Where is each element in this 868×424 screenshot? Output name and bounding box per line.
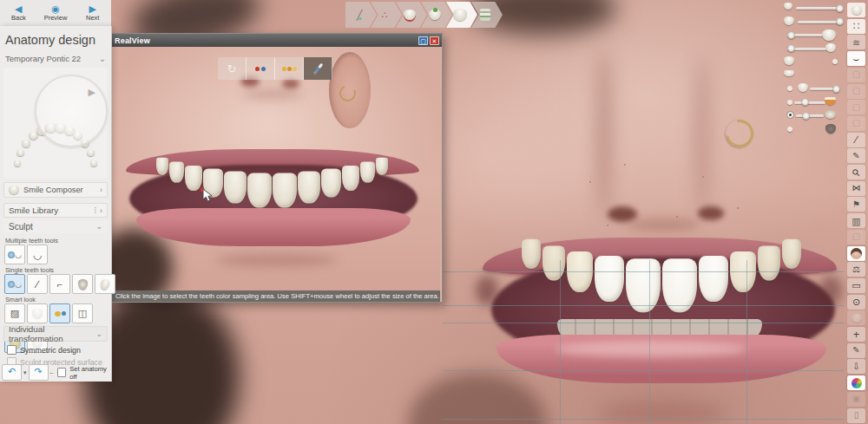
redo-button[interactable]: ↷ — [29, 364, 49, 381]
pen-icon: ✎ — [852, 346, 859, 355]
sculpt-section-header[interactable]: Sculpt ⌄ — [3, 219, 108, 233]
slider-track[interactable] — [794, 101, 825, 104]
slider-track[interactable] — [796, 114, 824, 117]
lock-view-button[interactable]: ▯ — [847, 408, 865, 423]
single-tooth-view-button[interactable] — [847, 3, 865, 17]
hair-shading — [112, 229, 173, 290]
cross-section-button[interactable]: + — [847, 327, 865, 342]
slider-knob[interactable] — [801, 98, 809, 106]
next-button[interactable]: ▶ Next — [74, 0, 111, 26]
checkbox-icon[interactable] — [7, 345, 16, 355]
paint-teeth-button[interactable] — [304, 57, 332, 80]
preview-button[interactable]: ◉ Preview — [37, 0, 75, 26]
scan-layer-slider[interactable] — [784, 123, 846, 135]
slider-dot — [787, 86, 792, 91]
anatomy-design-panel: Anatomy design Temporary Pontic 22 ⌄ ▶ S… — [0, 26, 112, 382]
implant-dot — [433, 8, 437, 12]
wax-knife-button[interactable]: ∕ — [847, 133, 865, 147]
slider-knob[interactable] — [836, 4, 844, 12]
tooth-icon — [22, 140, 30, 147]
waxup-layer-slider[interactable] — [784, 96, 846, 108]
realview-window[interactable]: RealView ▢ ✕ ↻ Click the image t — [111, 33, 443, 303]
horizontal-guide-line — [443, 305, 844, 306]
sampling-cursor-icon — [201, 187, 214, 206]
magnifier-button[interactable]: ⚲ — [847, 165, 865, 179]
annotation-flag-button[interactable]: ⚑ — [847, 197, 865, 212]
maximize-button[interactable]: ▢ — [418, 36, 428, 45]
library-panels-button[interactable]: ▥ — [847, 213, 865, 228]
undo-dropdown-arrow[interactable]: ▾ — [23, 369, 27, 376]
designed-tooth — [626, 258, 661, 312]
slider-knob[interactable] — [802, 112, 810, 120]
glyph: ∕ — [36, 278, 38, 290]
checkbox-icon[interactable] — [57, 368, 66, 377]
save-project-button[interactable]: ⇩ — [847, 359, 865, 374]
antagonist-layer-slider[interactable] — [784, 82, 846, 95]
dental-arch-diagram[interactable]: ▶ — [3, 68, 108, 179]
anatomy-off-checkbox[interactable]: Set anatomy off — [57, 365, 109, 381]
layers-icon — [480, 9, 490, 21]
slider-track[interactable] — [798, 21, 841, 23]
pick-color-button[interactable] — [247, 57, 275, 80]
smile-composer-button[interactable]: Smile Composer › — [3, 182, 108, 198]
chevron-right-icon[interactable]: › — [100, 206, 102, 215]
wax-add-tool[interactable]: ⌐ — [49, 274, 70, 294]
individual-transformation-header[interactable]: Individual transformation ⌄ — [3, 326, 108, 342]
articulator-button[interactable]: ⋈ — [847, 181, 865, 196]
crown-layer-opacity-slider[interactable] — [784, 29, 846, 41]
move-teeth-tool[interactable]: ◡ — [4, 245, 25, 264]
half-tooth-layer-slider[interactable] — [784, 69, 846, 82]
color-settings-button[interactable] — [847, 375, 865, 390]
glyph: ↻ — [227, 62, 237, 75]
slider-knob[interactable] — [787, 31, 795, 39]
knife-icon: ∕ — [855, 135, 857, 144]
scan-step[interactable]: ╱ — [345, 2, 377, 28]
ghost-tooth-tool[interactable] — [27, 303, 48, 323]
glyph: ⇩ — [852, 362, 859, 371]
close-button[interactable]: ✕ — [430, 36, 439, 45]
knife-tool[interactable]: ∕ — [27, 274, 48, 294]
situ-scan-layer-slider[interactable] — [784, 109, 846, 121]
jaw-scan-view-button[interactable]: ⌣ — [847, 51, 865, 66]
horizontal-guide-line — [443, 271, 844, 272]
curve-tool[interactable]: ◡ — [27, 245, 48, 264]
smile-library-button[interactable]: Smile Library ⁞ › — [3, 203, 108, 218]
slider-track[interactable] — [796, 7, 841, 10]
freeform-pen-button[interactable]: ✎ — [847, 148, 865, 163]
reset-view-button[interactable]: ↻ — [218, 57, 247, 80]
tooth-selector-dropdown[interactable]: Temporary Pontic 22 ⌄ — [5, 54, 106, 63]
scan-mesh-view-button[interactable]: ≋ — [847, 35, 865, 49]
more-dots-icon[interactable]: ⁞ — [94, 206, 96, 215]
view-option-disabled-3: ▢ — [847, 100, 865, 114]
preop-layer-slider[interactable] — [784, 55, 846, 68]
back-button[interactable]: ◀ Back — [0, 0, 37, 26]
mirror-teeth-tool[interactable]: ◫ — [72, 303, 93, 323]
teeth-group-view-button[interactable]: ∷ — [847, 19, 865, 34]
undo-button[interactable]: ↶ — [2, 364, 22, 381]
slider-knob[interactable] — [836, 17, 844, 25]
symmetric-design-checkbox[interactable]: Symmetric design — [7, 345, 81, 355]
realview-button[interactable] — [847, 246, 865, 261]
smooth-tool[interactable] — [95, 274, 115, 294]
slider-knob[interactable] — [832, 85, 840, 93]
sample-area-button[interactable] — [275, 57, 304, 80]
realview-titlebar[interactable]: RealView ▢ ✕ — [112, 34, 442, 47]
camera-button[interactable]: ⊙ — [847, 295, 865, 310]
color-sampling-tool[interactable] — [49, 303, 70, 323]
slider-knob[interactable] — [787, 44, 795, 52]
gingiva-layer-opacity-slider[interactable] — [784, 42, 846, 55]
draw-annotation-button[interactable]: ✎ — [847, 343, 865, 358]
wave-sculpt-tool[interactable]: ◡ — [4, 274, 25, 294]
play-arrow-icon[interactable]: ▶ — [89, 87, 95, 98]
radio-selected-icon[interactable] — [786, 111, 794, 119]
measurement-scale-button[interactable]: ⚖ — [847, 262, 865, 277]
upper-arch-opacity-slider[interactable] — [784, 2, 846, 14]
horizontal-guide-line — [443, 419, 844, 420]
screenshot-button[interactable]: ▭ — [847, 278, 865, 293]
shape-tool[interactable] — [72, 274, 93, 294]
realview-photo-canvas[interactable]: ↻ — [112, 47, 440, 290]
texture-tool[interactable]: ▨ — [4, 303, 25, 323]
teeth-layer-opacity-slider[interactable] — [784, 16, 846, 28]
hook-icon: ⌐ — [57, 279, 62, 290]
face-icon — [851, 248, 862, 259]
